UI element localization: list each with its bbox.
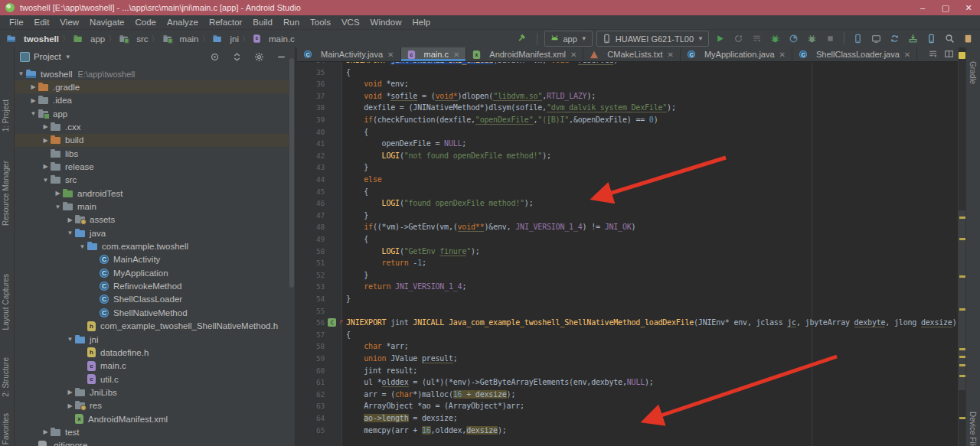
warning-stripe-mark[interactable] — [959, 375, 965, 377]
chevron-collapsed-icon[interactable]: ▶ — [29, 83, 38, 90]
menu-build[interactable]: Build — [247, 18, 278, 27]
tab-close-icon[interactable]: ✕ — [387, 50, 394, 59]
logcat-button[interactable] — [869, 31, 884, 46]
tree-item-datadefine.h[interactable]: hdatadefine.h — [14, 346, 289, 359]
tool-window-button-layout-captures[interactable]: Layout Captures — [2, 274, 10, 330]
warning-stripe-mark[interactable] — [959, 348, 965, 350]
warning-stripe-mark[interactable] — [959, 417, 965, 419]
line-number[interactable]: 36 — [297, 78, 325, 90]
inspection-status-indicator[interactable] — [959, 52, 965, 59]
tree-item-java[interactable]: ▼java — [14, 226, 289, 239]
tree-item-main[interactable]: ▼main — [14, 200, 289, 213]
project-tree[interactable]: ▼twoshellE:\app\twoshell▶.gradle▶.idea▼a… — [14, 67, 295, 446]
chevron-expanded-icon[interactable]: ▼ — [54, 203, 62, 210]
locate-file-button[interactable] — [207, 50, 222, 64]
device-manager-button[interactable] — [851, 31, 865, 46]
tree-item-app[interactable]: ▼app — [14, 107, 289, 120]
editor-tab-mainactivity.java[interactable]: CMainActivity.java✕ — [297, 47, 401, 61]
line-number[interactable]: 45 — [297, 186, 325, 198]
debug-button[interactable] — [768, 31, 782, 46]
run-button[interactable] — [713, 31, 727, 46]
tool-window-button--project[interactable]: 1: Project — [2, 99, 10, 132]
warning-stripe-mark[interactable] — [959, 308, 965, 311]
tree-item-libs[interactable]: libs — [14, 147, 289, 160]
chevron-collapsed-icon[interactable]: ▶ — [29, 97, 38, 104]
chevron-expanded-icon[interactable]: ▼ — [41, 177, 50, 184]
tree-item-twoshell[interactable]: ▼twoshellE:\app\twoshell — [14, 67, 289, 80]
tree-item-.idea[interactable]: ▶.idea — [14, 94, 289, 107]
assistant-panel-button[interactable] — [961, 31, 975, 46]
hide-panel-button[interactable] — [274, 50, 289, 64]
settings-button[interactable] — [252, 50, 266, 64]
tree-item-.gitignore[interactable]: .gitignore — [14, 439, 289, 446]
line-number[interactable]: 65 — [297, 425, 325, 437]
tab-close-icon[interactable]: ✕ — [667, 50, 673, 59]
line-number[interactable]: 54 — [297, 293, 325, 305]
tree-item-.cxx[interactable]: ▶.cxx — [14, 120, 289, 133]
tree-item-com-example-twoshell-shellnativemethod.h[interactable]: hcom_example_twoshell_ShellNativeMethod.… — [14, 320, 289, 333]
warning-stripe-mark[interactable] — [959, 364, 965, 366]
search-everywhere-button[interactable] — [942, 31, 957, 46]
chevron-down-icon[interactable]: ▼ — [65, 54, 71, 60]
project-tree-scrollbar[interactable] — [289, 58, 294, 288]
menu-vcs[interactable]: VCS — [336, 18, 365, 27]
warning-stripe-mark[interactable] — [959, 275, 965, 278]
tree-item-jnilibs[interactable]: ▶JniLibs — [14, 386, 289, 399]
avd-manager-button[interactable] — [924, 31, 939, 46]
line-number[interactable]: 60 — [297, 365, 325, 377]
tree-item-androidtest[interactable]: ▶androidTest — [14, 187, 289, 200]
minimize-button[interactable]: – — [911, 0, 934, 15]
chevron-expanded-icon[interactable]: ▼ — [66, 336, 74, 343]
tree-item-assets[interactable]: ▶assets — [14, 213, 289, 226]
editor-tab-cmakelists.txt[interactable]: CMakeLists.txt✕ — [583, 47, 681, 61]
editor-tab-myapplication.java[interactable]: CMyApplication.java✕ — [681, 47, 792, 61]
tree-item-build[interactable]: ▶build — [14, 134, 289, 147]
chevron-collapsed-icon[interactable]: ▶ — [54, 190, 62, 197]
split-editor-button[interactable] — [944, 49, 954, 60]
stop-button[interactable] — [823, 31, 838, 46]
line-number[interactable]: 49 — [297, 233, 325, 246]
chevron-collapsed-icon[interactable]: ▶ — [41, 163, 50, 170]
tree-item-shellclassloader[interactable]: CShellClassLoader — [14, 293, 289, 306]
chevron-expanded-icon[interactable]: ▼ — [66, 230, 74, 236]
breadcrumb-item-src[interactable]: src — [119, 34, 148, 44]
line-number[interactable]: 59 — [297, 353, 325, 365]
build-hammer-button[interactable] — [515, 31, 530, 46]
breadcrumb-item-app[interactable]: app — [73, 34, 105, 44]
menu-help[interactable]: Help — [407, 18, 436, 27]
menu-analyze[interactable]: Analyze — [162, 18, 204, 27]
menu-refactor[interactable]: Refactor — [204, 18, 247, 27]
tab-close-icon[interactable]: ✕ — [570, 50, 577, 59]
line-number[interactable]: 64 — [297, 412, 325, 425]
line-number[interactable]: 57 — [297, 329, 325, 341]
menu-edit[interactable]: Edit — [29, 18, 55, 27]
menu-navigate[interactable]: Navigate — [84, 18, 129, 27]
tool-window-button-device-file-explorer[interactable]: Device File Explorer — [969, 412, 977, 446]
collapse-all-button[interactable] — [230, 50, 244, 64]
tree-item-jni[interactable]: ▼jni — [14, 333, 289, 346]
chevron-collapsed-icon[interactable]: ▶ — [41, 428, 50, 435]
line-number[interactable]: 48 — [297, 221, 325, 233]
menu-window[interactable]: Window — [365, 18, 407, 27]
tool-window-button--structure[interactable]: 2: Structure — [2, 357, 10, 397]
close-button[interactable]: ✕ — [957, 0, 980, 15]
run-config-selector[interactable]: app ▼ — [544, 31, 593, 47]
menu-file[interactable]: File — [4, 18, 29, 27]
line-number[interactable]: 55 — [297, 305, 325, 317]
line-number[interactable]: 61 — [297, 376, 325, 389]
tree-item-.gradle[interactable]: ▶.gradle — [14, 80, 289, 93]
chevron-expanded-icon[interactable]: ▼ — [78, 243, 87, 250]
warning-stripe-mark[interactable] — [959, 356, 965, 358]
tree-item-shellnativemethod[interactable]: CShellNativeMethod — [14, 306, 289, 319]
line-number[interactable]: 63 — [297, 400, 325, 412]
apply-changes-button[interactable] — [731, 31, 746, 46]
tab-close-icon[interactable]: ✕ — [453, 50, 459, 59]
editor-tab-shellclassloader.java[interactable]: CShellClassLoader.java✕ — [792, 47, 917, 61]
code-editor[interactable]: 34JNIEXPORT jint JNICALL JNI_OnLoad(Java… — [297, 61, 959, 446]
breadcrumb-item-twoshell[interactable]: twoshell — [6, 34, 59, 44]
tab-list-dropdown[interactable] — [928, 49, 938, 60]
line-number[interactable]: 50 — [297, 246, 325, 258]
breadcrumb-item-jni[interactable]: jni — [212, 34, 239, 44]
project-view-selector[interactable]: Project — [34, 52, 61, 61]
chevron-collapsed-icon[interactable]: ▶ — [66, 389, 74, 396]
